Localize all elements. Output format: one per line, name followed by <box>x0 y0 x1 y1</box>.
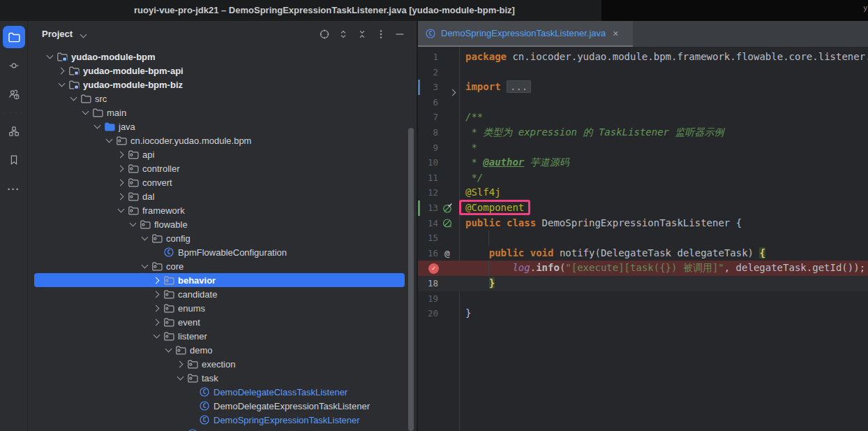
chevron-down-icon[interactable] <box>68 93 80 104</box>
chevron-down-icon[interactable] <box>91 121 104 132</box>
tree-row-core[interactable]: core <box>28 259 417 273</box>
chevron-right-icon[interactable] <box>151 288 163 300</box>
code-line[interactable]: 13@Component <box>418 200 868 216</box>
tree-row-event[interactable]: event <box>28 315 417 329</box>
tree-row-yudao-module-bpm-biz[interactable]: yudao-module-bpm-biz <box>28 78 417 92</box>
chevron-right-icon[interactable] <box>56 65 68 76</box>
chevron-down-icon[interactable] <box>103 135 116 146</box>
gutter[interactable]: 12 <box>418 185 459 200</box>
chevron-down-icon[interactable] <box>80 107 92 118</box>
chevron-down-icon[interactable] <box>56 79 68 90</box>
chevron-down-icon[interactable] <box>151 330 163 342</box>
editor-tab-active[interactable]: C DemoSpringExpressionTaskListener.java … <box>418 21 633 47</box>
chevron-right-icon[interactable] <box>115 191 128 202</box>
gutter[interactable]: 16@ <box>418 246 459 261</box>
gutter[interactable]: ✓ <box>418 261 459 276</box>
code-line[interactable]: 7/** <box>418 110 868 125</box>
gutter[interactable]: 7 <box>418 110 459 125</box>
gutter[interactable]: 14 <box>418 216 459 231</box>
gutter[interactable]: 10 <box>418 155 459 170</box>
chevron-right-icon[interactable] <box>151 316 163 328</box>
code-text[interactable]: * @author 芋道源码 <box>459 155 868 170</box>
project-panel-title[interactable]: Project <box>42 29 73 39</box>
chevron-down-icon[interactable] <box>139 233 151 244</box>
expand-all-icon[interactable] <box>338 29 349 40</box>
code-text[interactable]: package cn.iocoder.yudao.module.bpm.fram… <box>459 50 868 65</box>
gutter[interactable]: 20 <box>418 306 459 321</box>
tree-row-convert[interactable]: convert <box>28 175 417 189</box>
toolstrip-more-tool-windows-button[interactable]: ··· <box>3 177 25 200</box>
code-text[interactable]: * 类型为 expression 的 TaskListener 监听器示例 <box>459 125 868 140</box>
toolstrip-bookmarks-button[interactable] <box>3 149 25 171</box>
code-text[interactable]: public void notify(DelegateTask delegate… <box>459 246 868 261</box>
code-text[interactable] <box>459 65 868 80</box>
code-line[interactable]: 3import ... <box>418 80 868 95</box>
gutter[interactable]: 18 <box>418 276 459 291</box>
locate-icon[interactable] <box>319 29 330 40</box>
tree-row-cn.iocoder.yudao.module.bpm[interactable]: cn.iocoder.yudao.module.bpm <box>28 133 417 147</box>
tree-row-candidate[interactable]: candidate <box>28 287 417 301</box>
chevron-right-icon[interactable] <box>174 358 187 370</box>
spring-check-icon[interactable] <box>442 203 453 214</box>
code-line[interactable]: 14public class DemoSpringExpressionTaskL… <box>418 216 868 231</box>
breakpoint-icon[interactable]: ✓ <box>428 263 439 274</box>
tree-row-yudao-module-bpm[interactable]: yudao-module-bpm <box>28 50 417 64</box>
chevron-right-icon[interactable] <box>115 163 128 174</box>
chevron-down-icon[interactable] <box>139 261 151 272</box>
collapse-all-icon[interactable] <box>357 29 368 40</box>
chevron-down-icon[interactable] <box>174 372 187 383</box>
chevron-down-icon[interactable] <box>127 219 140 230</box>
code-editor[interactable]: 1package cn.iocoder.yudao.module.bpm.fra… <box>418 47 868 431</box>
spring-icon[interactable] <box>442 217 453 228</box>
gutter[interactable]: 8 <box>418 125 459 140</box>
code-text[interactable]: @Component <box>459 200 868 216</box>
code-text[interactable]: @Slf4j <box>459 185 868 200</box>
chevron-down-icon[interactable] <box>163 344 175 356</box>
tree-scrollbar[interactable] <box>408 128 414 431</box>
tree-row-java[interactable]: java <box>28 119 417 133</box>
gutter[interactable]: 11 <box>418 170 459 186</box>
chevron-right-icon[interactable] <box>151 302 163 314</box>
gutter[interactable]: 3 <box>418 80 459 95</box>
tree-row-controller[interactable]: controller <box>28 161 417 175</box>
code-line[interactable]: ✓ log.info("[execute][task({}) 被调用]", de… <box>418 261 868 276</box>
close-icon[interactable]: × <box>613 28 618 39</box>
gutter[interactable]: 2 <box>418 65 459 80</box>
tree-row-src[interactable]: src <box>28 92 417 105</box>
tree-row-yudao-module-bpm-api[interactable]: yudao-module-bpm-api <box>28 64 417 78</box>
tree-row-BpmFlowableConfiguration[interactable]: CBpmFlowableConfiguration <box>28 245 417 259</box>
code-line[interactable]: 8 * 类型为 expression 的 TaskListener 监听器示例 <box>418 125 868 140</box>
tree-row-DemoSpringExpressionTaskListener[interactable]: CDemoSpringExpressionTaskListener <box>28 413 417 427</box>
tree-row-enums[interactable]: enums <box>28 301 417 315</box>
toolstrip-pull-requests-button[interactable]: ? <box>3 83 25 105</box>
toolstrip-structure-button[interactable] <box>3 120 25 143</box>
tree-row-listener[interactable]: listener <box>28 329 417 343</box>
more-vertical-icon[interactable] <box>375 29 387 40</box>
tree-row-task[interactable]: task <box>28 371 417 385</box>
annotated-marker-icon[interactable]: @ <box>444 246 450 261</box>
code-line[interactable]: 9 * <box>418 140 868 156</box>
code-line[interactable]: 1package cn.iocoder.yudao.module.bpm.fra… <box>418 50 868 65</box>
gutter[interactable]: 6 <box>418 95 459 110</box>
hide-icon[interactable] <box>394 29 405 40</box>
code-line[interactable]: 20} <box>418 306 868 321</box>
gutter[interactable]: 9 <box>418 140 459 156</box>
code-text[interactable] <box>459 231 868 246</box>
code-text[interactable]: import ... <box>459 80 868 95</box>
code-text[interactable]: log.info("[execute][task({}) 被调用]", dele… <box>459 261 868 276</box>
tree-row-config[interactable]: config <box>28 231 417 245</box>
gutter[interactable]: 19 <box>418 291 459 307</box>
code-line[interactable]: 18 } <box>418 276 868 291</box>
tree-row-flowable[interactable]: flowable <box>28 217 417 231</box>
gutter[interactable]: 1 <box>418 50 459 65</box>
code-line[interactable]: 2 <box>418 65 868 80</box>
chevron-down-icon[interactable] <box>44 51 57 62</box>
tree-row-dal[interactable]: dal <box>28 189 417 203</box>
code-text[interactable]: public class DemoSpringExpressionTaskLis… <box>459 216 868 231</box>
code-line[interactable]: 15 <box>418 231 868 246</box>
gutter[interactable]: 13 <box>418 200 459 216</box>
code-text[interactable]: } <box>459 276 868 291</box>
code-text[interactable]: */ <box>459 170 868 186</box>
chevron-right-icon[interactable] <box>115 149 128 160</box>
code-text[interactable]: } <box>459 306 868 321</box>
